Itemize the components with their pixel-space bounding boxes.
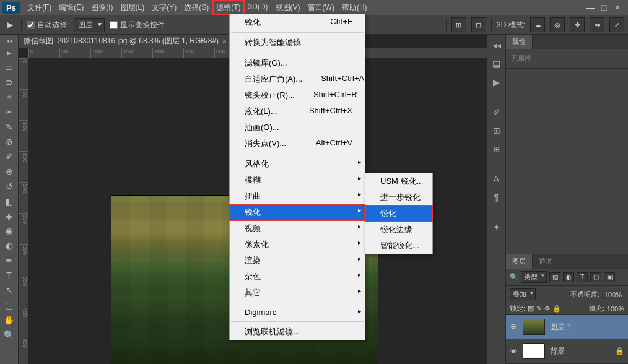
menu-item-视频[interactable]: 视频 xyxy=(230,220,365,236)
maximize-button[interactable]: □ xyxy=(600,3,608,12)
3d-zoom-icon[interactable]: ⤢ xyxy=(609,17,624,32)
brush-panel-icon[interactable]: ✐ xyxy=(490,105,504,119)
submenu-item[interactable]: 智能锐化... xyxy=(365,238,432,254)
brush-presets-icon[interactable]: ⊞ xyxy=(490,124,504,137)
path-selection-tool[interactable]: ↖ xyxy=(2,284,17,297)
align-button[interactable]: ⊞ xyxy=(451,17,466,32)
lock-paint-icon[interactable]: ✎ xyxy=(536,305,542,313)
show-transform-checkbox[interactable]: 显示变换控件 xyxy=(110,20,165,30)
menu-item-lens-correction[interactable]: 镜头校正(R)...Shift+Ctrl+R xyxy=(230,87,365,103)
lock-position-icon[interactable]: ✥ xyxy=(544,305,550,313)
filter-smart-icon[interactable]: ▣ xyxy=(604,272,615,282)
visibility-icon[interactable]: 👁 xyxy=(510,323,518,332)
menubar-item[interactable]: 窗口(W) xyxy=(304,0,338,15)
character-panel-icon[interactable]: A xyxy=(490,172,504,186)
submenu-item[interactable]: 锐化边缘 xyxy=(365,222,432,238)
opacity-value[interactable]: 100% xyxy=(602,290,624,299)
filter-type-icon[interactable]: T xyxy=(577,272,588,282)
menu-item-last-filter[interactable]: 锐化Ctrl+F xyxy=(230,14,365,30)
menu-item-convert-smart[interactable]: 转换为智能滤镜 xyxy=(230,35,365,51)
menubar-item[interactable]: 选择(S) xyxy=(180,0,212,15)
auto-select-checkbox[interactable]: 自动选择: xyxy=(27,20,69,30)
paragraph-panel-icon[interactable]: ¶ xyxy=(490,191,504,204)
dodge-tool[interactable]: ◐ xyxy=(2,239,17,253)
hand-tool[interactable]: ✋ xyxy=(2,313,17,327)
menu-item-像素化[interactable]: 像素化 xyxy=(230,236,365,253)
move-tool[interactable]: ▸ xyxy=(2,46,17,59)
layer-item[interactable]: 👁 背景 🔒 xyxy=(506,339,628,363)
blur-tool[interactable]: ◉ xyxy=(2,224,17,238)
eyedropper-tool[interactable]: ✎ xyxy=(2,120,17,134)
menu-item-模糊[interactable]: 模糊 xyxy=(230,172,365,188)
submenu-item[interactable]: USM 锐化... xyxy=(365,173,432,189)
history-panel-icon[interactable]: ▤ xyxy=(490,57,504,71)
fill-value[interactable]: 100% xyxy=(607,305,624,313)
healing-brush-tool[interactable]: ⊘ xyxy=(2,135,17,149)
visibility-icon[interactable]: 👁 xyxy=(510,347,518,356)
close-button[interactable]: × xyxy=(613,3,622,12)
lock-transparency-icon[interactable]: ▨ xyxy=(528,305,534,313)
lock-all-icon[interactable]: 🔒 xyxy=(552,305,561,313)
collapse-icon[interactable]: ◂◂ xyxy=(2,37,17,45)
menubar-item[interactable]: 文件(F) xyxy=(24,0,55,15)
eraser-tool[interactable]: ◧ xyxy=(2,194,17,208)
3d-roll-icon[interactable]: ◎ xyxy=(550,17,565,32)
menubar-item[interactable]: 帮助(H) xyxy=(338,0,371,15)
type-tool[interactable]: T xyxy=(2,269,17,282)
menu-item-digimarc[interactable]: Digimarc xyxy=(230,305,365,319)
menu-item-browse-filters[interactable]: 浏览联机滤镜... xyxy=(230,324,365,340)
filter-adjust-icon[interactable]: ◐ xyxy=(563,272,574,282)
menu-item-filter-gallery[interactable]: 滤镜库(G)... xyxy=(230,55,365,71)
menu-item-渲染[interactable]: 渲染 xyxy=(230,253,365,269)
brush-tool[interactable]: ✐ xyxy=(2,150,17,163)
layer-thumbnail[interactable] xyxy=(523,319,545,335)
layer-thumbnail[interactable] xyxy=(523,343,545,359)
collapse-icon[interactable]: ◂◂ xyxy=(490,38,504,52)
actions-panel-icon[interactable]: ▶ xyxy=(490,76,504,89)
layer-item[interactable]: 👁 图层 1 xyxy=(506,315,628,339)
submenu-item[interactable]: 锐化 xyxy=(365,206,432,222)
menubar-item[interactable]: 图层(L) xyxy=(117,0,149,15)
filter-pixel-icon[interactable]: ▨ xyxy=(549,272,560,282)
menubar-item[interactable]: 文字(Y) xyxy=(148,0,180,15)
3d-orbit-icon[interactable]: ☁ xyxy=(530,17,545,32)
gradient-tool[interactable]: ▦ xyxy=(2,209,17,223)
layer-name[interactable]: 背景 xyxy=(550,346,565,357)
menubar-item[interactable]: 滤镜(T) xyxy=(212,0,244,15)
menu-item-liquify[interactable]: 液化(L)...Shift+Ctrl+X xyxy=(230,103,365,119)
menubar-item[interactable]: 3D(D) xyxy=(245,0,272,15)
menu-item-锐化[interactable]: 锐化 xyxy=(230,204,365,220)
tab-layers[interactable]: 图层 xyxy=(506,254,533,269)
clone-source-icon[interactable]: ⊕ xyxy=(490,142,504,156)
document-tab[interactable]: 微信截图_20210830110816.jpg @ 68.3% (图层 1, R… xyxy=(19,35,232,48)
zoom-tool[interactable]: 🔍 xyxy=(2,328,17,342)
layer-filter-kind[interactable]: 类型 xyxy=(521,271,547,283)
tab-properties[interactable]: 属性 xyxy=(506,35,533,49)
layer-name[interactable]: 图层 1 xyxy=(550,322,571,332)
menu-item-adaptive-wide-angle[interactable]: 自适应广角(A)...Shift+Ctrl+A xyxy=(230,71,365,87)
marquee-tool[interactable]: ▭ xyxy=(2,61,17,74)
menu-item-vanishing-point[interactable]: 消失点(V)...Alt+Ctrl+V xyxy=(230,136,365,152)
lasso-tool[interactable]: ⊃ xyxy=(2,76,17,89)
crop-tool[interactable]: ✂ xyxy=(2,105,17,119)
clone-stamp-tool[interactable]: ⊕ xyxy=(2,165,17,178)
menu-item-扭曲[interactable]: 扭曲 xyxy=(230,188,365,204)
tab-channels[interactable]: 通道 xyxy=(533,254,559,269)
close-icon[interactable]: × xyxy=(222,37,227,46)
menubar-item[interactable]: 图像(I) xyxy=(87,0,116,15)
distribute-button[interactable]: ⊟ xyxy=(471,17,486,32)
history-brush-tool[interactable]: ↺ xyxy=(2,180,17,193)
menu-item-风格化[interactable]: 风格化 xyxy=(230,156,365,172)
auto-select-target[interactable]: 图层 xyxy=(74,18,105,32)
menu-item-其它[interactable]: 其它 xyxy=(230,285,365,301)
minimize-button[interactable]: — xyxy=(586,3,595,12)
menu-item-oil-paint[interactable]: 油画(O)... xyxy=(230,119,365,136)
menubar-item[interactable]: 视图(V) xyxy=(272,0,304,15)
menu-item-杂色[interactable]: 杂色 xyxy=(230,269,365,285)
magic-wand-tool[interactable]: ✧ xyxy=(2,90,17,104)
move-tool-icon[interactable]: ▶ xyxy=(4,19,16,31)
menubar-item[interactable]: 编辑(E) xyxy=(55,0,87,15)
swatches-panel-icon[interactable]: ✦ xyxy=(490,220,504,234)
filter-shape-icon[interactable]: ▢ xyxy=(590,272,601,282)
rectangle-tool[interactable]: ▢ xyxy=(2,298,17,312)
